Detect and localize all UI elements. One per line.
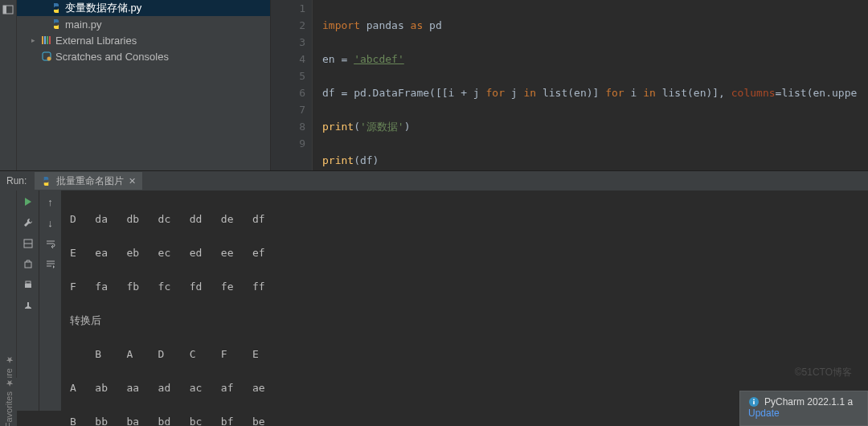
scroll-icon[interactable]: [44, 258, 57, 271]
editor-pane[interactable]: 1 2 3 4 5 6 7 8 9 import pandas as pd en…: [271, 0, 868, 170]
tree-scratches[interactable]: Scratches and Consoles: [17, 48, 270, 64]
svg-rect-12: [26, 281, 31, 284]
run-tab-label: 批量重命名图片: [56, 174, 124, 188]
code-token: in: [523, 87, 536, 99]
editor-gutter: 1 2 3 4 5 6 7 8 9: [271, 0, 313, 170]
svg-rect-4: [47, 36, 48, 44]
rerun-icon[interactable]: [22, 195, 35, 208]
library-icon: [41, 35, 55, 46]
notification-title: PyCharm 2022.1.1 a: [764, 396, 853, 408]
line-number: 4: [271, 51, 305, 68]
line-number: 2: [271, 17, 305, 34]
tree-external-libraries[interactable]: ▸ External Libraries: [17, 32, 270, 48]
svg-rect-11: [25, 284, 31, 288]
run-toolbar-primary: [17, 190, 39, 411]
print-icon[interactable]: [22, 279, 35, 292]
pin-icon[interactable]: [22, 300, 35, 313]
code-token: columns: [731, 87, 776, 99]
code-token: en =: [322, 53, 354, 65]
svg-rect-15: [753, 399, 755, 401]
line-number: 9: [271, 135, 305, 152]
line-number: 5: [271, 68, 305, 84]
code-token: list(en)],: [656, 87, 731, 99]
code-token: list(en)]: [536, 87, 605, 99]
layout-icon[interactable]: [22, 237, 35, 250]
code-token: i: [624, 87, 643, 99]
stripe-label: Favorites: [4, 391, 14, 426]
left-stripe: [0, 0, 17, 170]
line-number: 8: [271, 118, 305, 135]
run-tab[interactable]: 批量重命名图片 ✕: [35, 172, 142, 190]
console-line: D da db dc dd de df: [70, 211, 868, 227]
code-token: pandas: [366, 19, 404, 31]
code-token: (df): [354, 154, 379, 166]
code-token: pd: [429, 19, 442, 31]
update-notification[interactable]: PyCharm 2022.1.1 a Update: [739, 391, 868, 426]
run-header: Run: 批量重命名图片 ✕: [0, 171, 868, 190]
svg-point-7: [47, 57, 51, 61]
tree-label: Scratches and Consoles: [55, 51, 169, 63]
code-token: for: [486, 87, 505, 99]
tree-file-label: main.py: [65, 18, 102, 31]
wrench-icon[interactable]: [22, 216, 35, 229]
console-line: E ea eb ec ed ee ef: [70, 244, 868, 261]
run-tool-window: Run: 批量重命名图片 ✕ Structure ★ ↑ ↓: [0, 170, 868, 411]
code-area[interactable]: import pandas as pd en = 'abcdef' df = p…: [313, 0, 868, 170]
watermark: ©51CTO博客: [795, 366, 852, 379]
python-file-icon: [51, 18, 65, 30]
update-link[interactable]: Update: [748, 408, 859, 419]
console-line: 转换后: [70, 312, 868, 329]
favorites-stripe[interactable]: Favorites ★: [0, 378, 17, 426]
code-token: df = pd.DataFrame([[i + j: [322, 87, 486, 99]
line-number: 3: [271, 34, 305, 51]
console-line: F fa fb fc fd fe ff: [70, 278, 868, 295]
code-token: print: [322, 154, 354, 166]
code-token: 'abcdef': [354, 53, 404, 65]
scratches-icon: [41, 51, 55, 62]
run-toolbar-secondary: ↑ ↓: [39, 190, 62, 411]
project-stripe-icon[interactable]: [2, 3, 14, 16]
code-token: j: [505, 87, 523, 99]
svg-rect-2: [42, 36, 43, 44]
export-icon[interactable]: [22, 258, 35, 271]
tree-file-label: 变量数据存储.py: [65, 1, 141, 15]
tree-file-main[interactable]: main.py: [17, 16, 270, 32]
project-tree[interactable]: 变量数据存储.py main.py ▸ External Libraries S…: [17, 0, 271, 170]
python-file-icon: [41, 176, 51, 186]
code-token: for: [605, 87, 624, 99]
console-output[interactable]: D da db dc dd de df E ea eb ec ed ee ef …: [62, 190, 868, 411]
chevron-right-icon[interactable]: ▸: [31, 36, 41, 44]
run-label: Run:: [6, 175, 27, 186]
line-number: 1: [271, 0, 305, 17]
down-arrow-icon[interactable]: ↓: [44, 216, 57, 229]
code-token: in: [643, 87, 656, 99]
wrap-icon[interactable]: [44, 237, 57, 250]
code-token: import: [322, 19, 360, 31]
console-line: B A D C F E: [70, 346, 868, 363]
info-icon: [748, 396, 760, 408]
close-icon[interactable]: ✕: [129, 176, 136, 186]
code-token: print: [322, 121, 354, 133]
code-token: =list(en.uppe: [776, 87, 858, 99]
python-file-icon: [51, 2, 65, 14]
svg-rect-1: [3, 6, 6, 14]
svg-rect-3: [44, 36, 46, 44]
line-number: 7: [271, 101, 305, 118]
tree-file-active[interactable]: 变量数据存储.py: [17, 0, 270, 16]
svg-rect-14: [753, 401, 755, 404]
svg-rect-10: [25, 262, 31, 268]
line-number: 6: [271, 84, 305, 101]
up-arrow-icon[interactable]: ↑: [44, 195, 57, 208]
code-token: '源数据': [360, 121, 404, 133]
tree-label: External Libraries: [55, 35, 137, 47]
svg-rect-5: [49, 36, 51, 44]
code-token: as: [411, 19, 424, 31]
